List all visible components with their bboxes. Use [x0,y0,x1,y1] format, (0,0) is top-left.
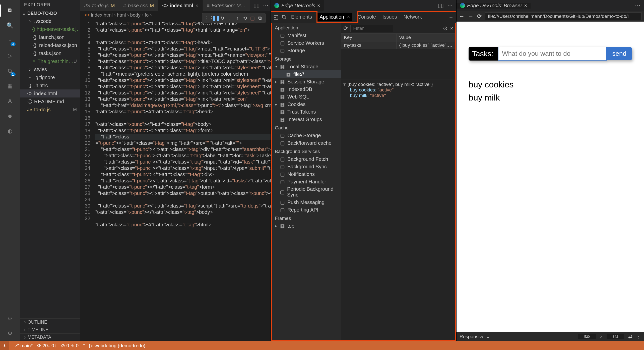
back-icon[interactable]: ← [459,13,465,20]
step-out-icon[interactable]: ↑ [235,15,240,21]
explorer-icon[interactable]: 🗎 [4,5,16,17]
storage-row[interactable]: mytasks{"buy cookies":"active",… [341,41,455,49]
responsive-dropdown[interactable]: Responsive ⌄ [460,334,490,339]
more-icon[interactable]: ⋯ [635,2,640,9]
item-top[interactable]: ▦top [272,222,341,230]
debug-target[interactable]: ▷ webdebug (demo-to-do) [89,343,145,348]
value-header[interactable]: Value [397,34,455,41]
folder-header[interactable]: ⌄ DEMO-TO-DO [20,10,80,17]
code-content[interactable]: "t-attr">class="t-punc"><"t-attr">class=… [93,19,271,341]
ports[interactable]: ⟟ [83,343,85,348]
file-to-do.js[interactable]: JSto-do.jsM [20,106,80,114]
refresh-icon[interactable]: ⟳ [343,25,348,32]
file-.gitignore[interactable]: ◦.gitignore [20,73,80,81]
item-Notifications[interactable]: ▢Notifications [272,170,341,178]
section-timeline[interactable]: ›TIMELINE [20,326,80,333]
file-tasks.json[interactable]: {}tasks.json [20,49,80,57]
file-index.html[interactable]: <>index.html [20,89,80,97]
detach-icon[interactable]: ⧉ [257,15,263,21]
tab-to-do.js[interactable]: JSto-do.jsM [80,0,119,11]
forward-icon[interactable]: → [468,13,474,20]
problems[interactable]: ⊘ 0 ⚠ 0 [61,343,79,348]
item-IndexedDB[interactable]: ▦IndexedDB [272,85,341,93]
task-item[interactable]: buy milk [469,91,632,104]
height-input[interactable] [607,334,624,339]
split-icon[interactable]: ▯▯ [253,2,260,9]
item-file://[interactable]: ▦file:// [272,70,341,78]
task-input[interactable] [498,47,607,61]
tab-base.css[interactable]: #base.cssM [119,0,158,11]
extensions-icon[interactable]: ▦ [4,80,16,92]
stop-icon[interactable]: ▢ [250,15,255,21]
device-icon[interactable]: ⧉ [282,14,286,20]
more-icon[interactable]: ⋯ [72,2,76,8]
delete-icon[interactable]: × [450,25,453,32]
item-Storage[interactable]: ▢Storage [272,47,341,54]
item-Manifest[interactable]: ▢Manifest [272,32,341,39]
code-body[interactable]: 1234567891011121314151617181920212223242… [80,19,271,341]
item-Periodic Background Sync[interactable]: ▢Periodic Background Sync [272,185,341,198]
tab-application[interactable]: Application × [317,13,352,21]
more-icon[interactable]: ⋯ [447,2,453,9]
close-icon[interactable]: × [317,3,320,9]
copilot-icon[interactable]: ☻ [4,110,16,122]
tab-console[interactable]: Console [356,14,377,20]
file-reload-tasks.json[interactable]: {}reload-tasks.json [20,41,80,49]
search-icon[interactable]: 🔍 [4,20,16,32]
close-icon[interactable]: × [524,3,527,9]
item-Payment Handler[interactable]: ▢Payment Handler [272,178,341,185]
item-Background Sync[interactable]: ▢Background Sync [272,163,341,170]
item-Reporting API[interactable]: ▢Reporting API [272,206,341,214]
more-icon[interactable]: ⋯ [263,2,269,9]
file-.hintrc[interactable]: {}.hintrc [20,81,80,89]
rotate-icon[interactable]: ⇄ [628,334,632,339]
devtools-tab[interactable]: Edge DevTools × [271,0,324,11]
item-Trust Tokens[interactable]: ▦Trust Tokens [272,108,341,116]
close-icon[interactable]: × [196,3,199,9]
tab-elements[interactable]: Elements [290,14,313,20]
file-The great thin…[interactable]: ✳The great thin…U [20,57,80,65]
item-Interest Groups[interactable]: ▦Interest Groups [272,116,341,123]
file-README.md[interactable]: ⓘREADME.md [20,97,80,106]
width-input[interactable] [578,334,596,339]
browser-tab[interactable]: Edge DevTools: Browser × [457,3,531,9]
item-Service Workers[interactable]: ▢Service Workers [272,39,341,47]
azure-icon[interactable]: A [4,95,16,107]
tab-Extension: M…[interactable]: ≡Extension: M… [203,0,250,11]
item-Local Storage[interactable]: ▦Local Storage [272,63,341,70]
drag-handle-icon[interactable]: ⋮⋮ [205,15,210,21]
reload-icon[interactable]: ⟳ [477,13,482,20]
task-item[interactable]: buy cookies [469,78,632,91]
item-Cache Storage[interactable]: ▢Cache Storage [272,132,341,139]
key-header[interactable]: Key [341,34,397,41]
section-metadata[interactable]: ›METADATA [20,333,80,341]
pause-icon[interactable]: ❚❚ [212,15,218,21]
close-icon[interactable]: × [347,14,350,20]
run-debug-icon[interactable]: ▷ [4,50,16,62]
git-sync[interactable]: ⟳ 20↓ 0↑ [37,343,56,348]
item-Background Fetch[interactable]: ▢Background Fetch [272,155,341,163]
item-Session Storage[interactable]: ▦Session Storage [272,78,341,85]
clear-icon[interactable]: ⊘ [443,25,447,32]
expand-arrow-icon[interactable]: ▾ [343,82,346,87]
step-into-icon[interactable]: ↓ [227,15,233,21]
tab-issues[interactable]: Issues [381,14,399,20]
item-Back/forward cache[interactable]: ▢Back/forward cache [272,139,341,147]
git-branch[interactable]: ⎇ main* [14,343,33,348]
edge-icon[interactable]: ◐ [4,125,16,137]
account-icon[interactable]: ☺ [4,312,16,324]
split-icon[interactable]: ▯▯ [438,2,444,9]
source-control-icon[interactable]: ⑂4 [4,35,16,47]
item-Push Messaging[interactable]: ▢Push Messaging [272,198,341,206]
tab-index.html[interactable]: <>index.html× [158,0,203,11]
settings-gear-icon[interactable]: ⚙ [4,327,16,339]
tab-network[interactable]: Network [402,14,423,20]
item-Cookies[interactable]: ▦Cookies [272,101,341,108]
send-button[interactable]: send [607,47,632,60]
remote-indicator[interactable]: ✶ [0,341,9,350]
more-icon[interactable]: ⋮ [636,334,641,339]
inspect-icon[interactable]: ◰ [273,14,279,20]
restart-icon[interactable]: ⟲ [242,15,248,21]
file-.vscode[interactable]: ›.vscode [20,17,80,25]
section-outline[interactable]: ›OUTLINE [20,318,80,326]
